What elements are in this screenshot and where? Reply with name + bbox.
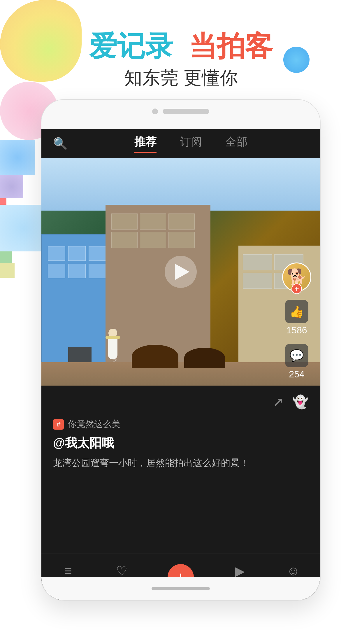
hashtag-row: # 你竟然这么美 [53, 418, 308, 430]
ground [41, 362, 320, 386]
play-button[interactable] [165, 256, 197, 288]
content-below: ↗ 👻 # 你竟然这么美 @我太阳哦 龙湾公园遛弯一小时，居然能拍出这么好的景！ [41, 386, 320, 479]
follow-plus-button[interactable]: + [291, 284, 302, 294]
comment-button[interactable]: 💬 254 [285, 344, 308, 380]
video-container[interactable]: THE KINGS HEAD [41, 158, 320, 386]
scene-sky [41, 158, 320, 211]
windows-blue [48, 246, 106, 278]
shrub-1 [132, 345, 178, 368]
profile-icon: ☺ [287, 564, 300, 578]
bg-blob-yellow-right [0, 263, 15, 278]
tab-all[interactable]: 全部 [225, 134, 247, 153]
phone-mockup: 🔍 推荐 订阅 全部 [41, 99, 321, 601]
hashtag-text[interactable]: 你竟然这么美 [68, 418, 120, 430]
phone-speaker [163, 109, 209, 114]
figure [106, 329, 120, 364]
figure-body [108, 339, 117, 359]
tab-subscribed[interactable]: 订阅 [180, 134, 202, 153]
username[interactable]: @我太阳哦 [53, 435, 308, 451]
like-count: 1586 [286, 325, 307, 336]
play-triangle-icon [175, 264, 189, 280]
phone-bottom-area [41, 577, 320, 600]
like-button[interactable]: 👍 1586 [285, 300, 308, 336]
comment-count: 254 [289, 369, 304, 380]
ghost-button[interactable]: 👻 [292, 394, 308, 410]
bg-blob-purple-left [0, 175, 23, 198]
search-icon[interactable]: 🔍 [53, 137, 68, 150]
action-sidebar: 🐕 + 👍 1586 💬 254 [282, 262, 311, 380]
like-icon: 👍 [285, 300, 308, 323]
home-indicator [152, 587, 210, 590]
description: 龙湾公园遛弯一小时，居然能拍出这么好的景！ [53, 456, 308, 470]
share-button[interactable]: ↗ [273, 394, 284, 410]
bg-blob-blue-right [0, 205, 47, 251]
tab-recommended[interactable]: 推荐 [134, 134, 157, 153]
figure-hat [106, 336, 120, 339]
shrub-2 [184, 348, 225, 368]
avatar-wrap: 🐕 + [282, 262, 311, 292]
action-row: ↗ 👻 [53, 394, 308, 410]
windows-stone [111, 214, 205, 248]
hashtag-badge: # [53, 419, 64, 430]
header-main-text: 爱记录 当拍客 [0, 29, 362, 63]
bg-blob-blue-left [0, 140, 35, 175]
header-sub-text: 知东莞 更懂你 [0, 66, 362, 90]
bg-blob-green-left [0, 251, 12, 263]
phone-camera [152, 108, 158, 114]
phone-top-bar [41, 100, 320, 120]
app-content: 🔍 推荐 订阅 全部 [41, 129, 320, 600]
discover-icon: ♡ [116, 564, 127, 578]
header-text-teal: 爱记录 [89, 30, 173, 62]
news-icon: ≡ [64, 564, 72, 578]
header-text-coral: 当拍客 [189, 30, 273, 62]
header-area: 爱记录 当拍客 知东莞 更懂你 [0, 29, 362, 90]
nav-tabs: 推荐 订阅 全部 [73, 134, 308, 153]
live-icon: ▶ [235, 564, 245, 578]
comment-icon: 💬 [285, 344, 308, 367]
nav-bar: 🔍 推荐 订阅 全部 [41, 129, 320, 158]
bg-blob-red-right [0, 198, 6, 205]
